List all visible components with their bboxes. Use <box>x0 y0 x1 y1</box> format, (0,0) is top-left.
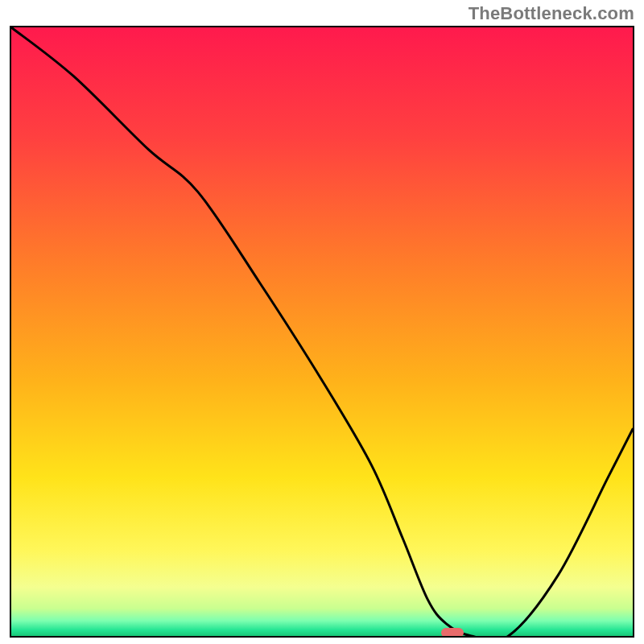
plot-area <box>10 26 634 638</box>
watermark-text: TheBottleneck.com <box>469 3 634 24</box>
optimum-marker <box>441 628 464 638</box>
chart-container: TheBottleneck.com <box>0 0 644 644</box>
bottleneck-curve <box>11 27 633 636</box>
curve-layer <box>11 27 633 636</box>
